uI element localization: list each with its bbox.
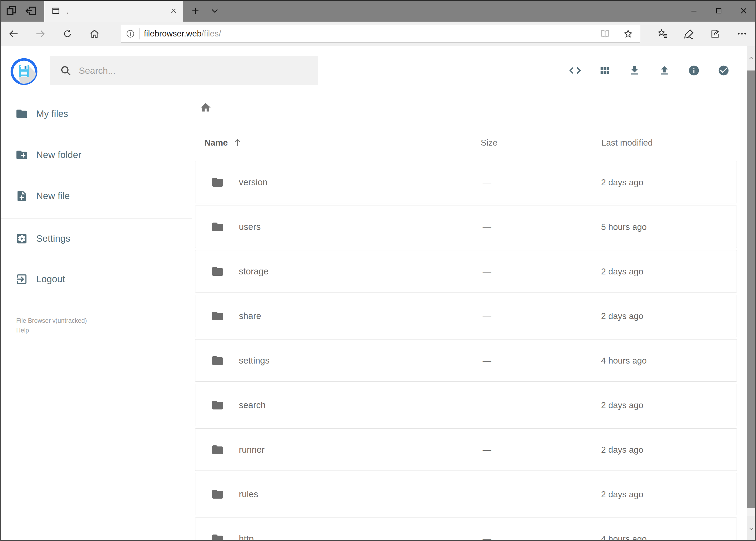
file-modified: 4 hours ago bbox=[601, 534, 647, 541]
check-circle-icon bbox=[718, 65, 730, 76]
file-rows: version — 2 days ago users — 5 hours ago bbox=[195, 161, 737, 541]
address-bar[interactable]: filebrowser.web/files/ bbox=[121, 25, 640, 43]
column-header-modified[interactable]: Last modified bbox=[601, 138, 652, 148]
minimize-button[interactable] bbox=[681, 0, 706, 22]
folder-icon bbox=[211, 176, 224, 189]
favorite-star-button[interactable] bbox=[623, 29, 633, 39]
file-size: — bbox=[483, 445, 491, 455]
home-icon bbox=[200, 102, 212, 114]
page-scrollbar[interactable] bbox=[747, 46, 756, 541]
file-row[interactable]: rules — 2 days ago bbox=[195, 473, 737, 515]
share-icon bbox=[710, 28, 721, 39]
folder-icon bbox=[211, 532, 224, 541]
download-button[interactable] bbox=[629, 65, 640, 76]
file-modified: 2 days ago bbox=[601, 177, 643, 187]
forward-icon bbox=[35, 28, 46, 39]
column-header-size[interactable]: Size bbox=[481, 138, 497, 148]
column-header-name[interactable]: Name bbox=[204, 138, 242, 148]
scroll-down-button[interactable] bbox=[747, 516, 756, 541]
plus-icon bbox=[191, 6, 200, 15]
titlebar: . bbox=[0, 0, 756, 22]
reading-view-button[interactable] bbox=[600, 29, 610, 39]
folder-icon bbox=[15, 108, 28, 120]
close-window-button[interactable] bbox=[731, 0, 756, 22]
app-header bbox=[0, 46, 756, 95]
site-info-icon[interactable] bbox=[126, 29, 135, 38]
file-row[interactable]: version — 2 days ago bbox=[195, 161, 737, 204]
file-name: share bbox=[239, 311, 261, 321]
sidebar-item-new-folder[interactable]: New folder bbox=[0, 141, 195, 168]
file-size: — bbox=[483, 177, 491, 187]
file-size: — bbox=[483, 534, 491, 541]
file-row[interactable]: search — 2 days ago bbox=[195, 384, 737, 426]
breadcrumb-home-button[interactable] bbox=[200, 102, 212, 114]
file-name: http bbox=[239, 534, 254, 541]
logout-icon bbox=[15, 273, 28, 285]
help-link[interactable]: Help bbox=[16, 325, 195, 335]
file-name: rules bbox=[239, 489, 258, 499]
select-multiple-button[interactable] bbox=[718, 65, 730, 76]
file-row[interactable]: http — 4 hours ago bbox=[195, 517, 737, 541]
browser-actions bbox=[649, 22, 755, 46]
sidebar-item-logout[interactable]: Logout bbox=[0, 266, 195, 292]
new-tab-button[interactable] bbox=[186, 0, 205, 22]
file-row[interactable]: runner — 2 days ago bbox=[195, 428, 737, 471]
file-size: — bbox=[483, 311, 491, 321]
file-row[interactable]: storage — 2 days ago bbox=[195, 250, 737, 292]
grid-view-button[interactable] bbox=[599, 65, 611, 76]
sidebar-item-settings[interactable]: Settings bbox=[0, 225, 195, 252]
more-button[interactable] bbox=[729, 22, 755, 46]
back-button[interactable] bbox=[0, 22, 27, 46]
app-logo[interactable] bbox=[11, 58, 38, 85]
search-bar[interactable] bbox=[50, 56, 318, 85]
web-note-button[interactable] bbox=[676, 22, 702, 46]
share-button[interactable] bbox=[702, 22, 729, 46]
tab-preview-button[interactable] bbox=[2, 0, 21, 22]
folder-icon bbox=[211, 309, 224, 322]
sidebar-divider bbox=[0, 218, 192, 219]
tab-list-button[interactable] bbox=[205, 0, 225, 22]
refresh-button[interactable] bbox=[54, 22, 81, 46]
home-icon bbox=[89, 28, 100, 39]
more-icon bbox=[737, 28, 747, 39]
upload-button[interactable] bbox=[658, 65, 670, 76]
info-button[interactable] bbox=[688, 65, 700, 76]
folder-icon bbox=[211, 354, 224, 367]
file-row[interactable]: users — 5 hours ago bbox=[195, 206, 737, 248]
sidebar-item-new-file[interactable]: New file bbox=[0, 182, 195, 209]
star-icon bbox=[623, 29, 633, 39]
file-modified: 2 days ago bbox=[601, 445, 643, 455]
file-size: — bbox=[483, 400, 491, 410]
folder-icon bbox=[211, 265, 224, 278]
close-icon bbox=[740, 7, 748, 15]
browser-tab[interactable]: . bbox=[44, 0, 183, 22]
tab-close-button[interactable] bbox=[170, 7, 177, 14]
chevron-down-icon bbox=[210, 6, 219, 15]
home-button[interactable] bbox=[81, 22, 108, 46]
set-tabs-aside-button[interactable] bbox=[21, 0, 41, 22]
filebrowser-app: My files New folder New file bbox=[0, 46, 756, 541]
file-row[interactable]: settings — 4 hours ago bbox=[195, 339, 737, 382]
favorites-hub-button[interactable] bbox=[649, 22, 676, 46]
folder-plus-icon bbox=[15, 149, 28, 161]
scrollbar-thumb[interactable] bbox=[747, 71, 756, 508]
sidebar-item-label: New folder bbox=[36, 149, 81, 160]
tab-title: . bbox=[66, 6, 69, 15]
file-modified: 5 hours ago bbox=[601, 222, 647, 232]
sidebar-item-label: Logout bbox=[36, 273, 65, 284]
tab-preview-icon bbox=[5, 5, 18, 17]
sidebar-item-my-files[interactable]: My files bbox=[0, 100, 195, 127]
forward-button[interactable] bbox=[27, 22, 54, 46]
download-icon bbox=[629, 65, 640, 76]
file-name: version bbox=[239, 177, 267, 188]
sidebar-item-label: New file bbox=[36, 191, 70, 201]
file-size: — bbox=[483, 222, 491, 232]
file-row[interactable]: share — 2 days ago bbox=[195, 295, 737, 337]
file-name: runner bbox=[239, 445, 265, 455]
search-input[interactable] bbox=[79, 65, 318, 76]
file-modified: 2 days ago bbox=[601, 311, 643, 321]
shell-button[interactable] bbox=[569, 65, 581, 76]
grid-view-icon bbox=[599, 65, 611, 76]
scroll-up-button[interactable] bbox=[747, 46, 756, 71]
maximize-button[interactable] bbox=[706, 0, 731, 22]
